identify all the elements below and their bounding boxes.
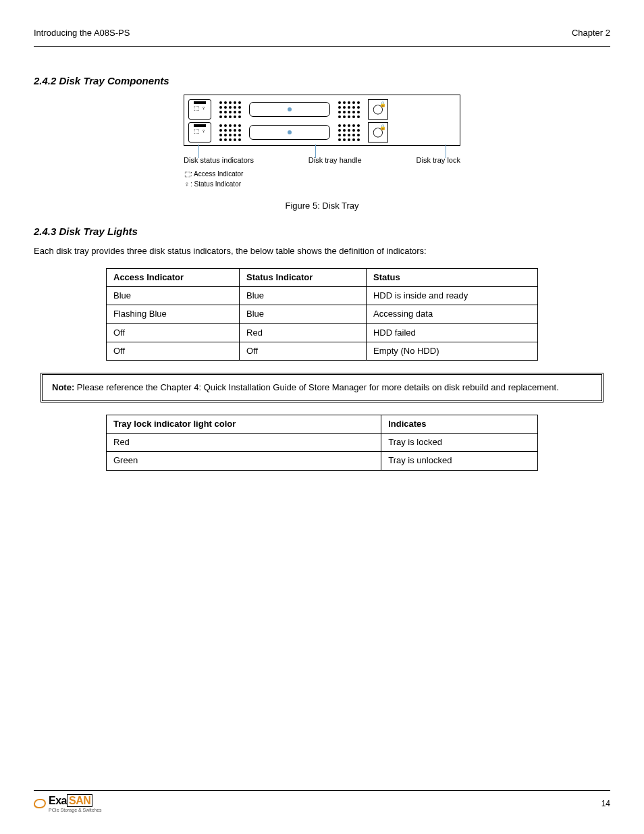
vent-dots — [219, 101, 241, 118]
vent-dots — [338, 101, 360, 118]
status-indicator-icon: ♀ — [201, 128, 206, 134]
col-status-indicator: Status Indicator — [240, 268, 367, 286]
table-row: Green Tray is unlocked — [107, 452, 538, 470]
vent-dots — [219, 124, 241, 141]
tray-row: ⬚♀ ◯🔒 — [188, 122, 456, 142]
cell: Blue — [107, 287, 240, 305]
cell: Blue — [240, 305, 367, 323]
lock-icon: 🔒 — [379, 101, 386, 108]
vent-dots — [338, 124, 360, 141]
access-indicator-icon: ⬚ — [194, 128, 200, 134]
cell: Tray is unlocked — [381, 452, 538, 470]
access-indicator-icon: ⬚ — [194, 105, 200, 111]
cell: Tray is locked — [381, 434, 538, 452]
callout-tray-handle: Disk tray handle — [308, 155, 362, 165]
disk-tray-lock: ◯🔒 — [368, 122, 388, 142]
logo-ring-icon — [33, 799, 46, 808]
disk-tray-handle — [249, 102, 330, 117]
cell: Off — [107, 323, 240, 342]
disk-status-indicator-box: ⬚♀ — [188, 99, 211, 120]
cell: Flashing Blue — [107, 305, 240, 323]
table-row: Red Tray is locked — [107, 434, 538, 452]
logo-subtext: PCIe Storage & Switches — [49, 807, 102, 814]
col-access-indicator: Access Indicator — [107, 268, 240, 286]
cell: Empty (No HDD) — [366, 342, 537, 360]
table-header-row: Tray lock indicator light color Indicate… — [107, 415, 538, 434]
cell: Accessing data — [366, 305, 537, 323]
logo-text-exa: Exa — [49, 795, 67, 806]
cell: Green — [107, 452, 381, 470]
note-text: Please reference the Chapter 4: Quick In… — [77, 382, 559, 392]
header-right: Chapter 2 — [572, 27, 610, 39]
disk-status-indicator-box: ⬚♀ — [188, 122, 211, 142]
page-footer: ExaSAN PCIe Storage & Switches 14 — [34, 790, 610, 814]
col-indicates: Indicates — [381, 415, 538, 434]
cell: HDD is inside and ready — [366, 287, 537, 305]
cell: Off — [107, 342, 240, 360]
logo-text-san: SAN — [67, 794, 92, 807]
col-lock-color: Tray lock indicator light color — [107, 415, 381, 434]
figure-caption: Figure 5: Disk Tray — [34, 200, 610, 212]
page-header: Introducing the A08S-PS Chapter 2 — [34, 27, 610, 39]
disk-tray-figure: ⬚♀ ◯🔒 — [34, 95, 610, 212]
header-left: Introducing the A08S-PS — [34, 27, 130, 39]
subsection-lights-heading: 2.4.3 Disk Tray Lights — [34, 224, 610, 238]
cell: Red — [240, 323, 367, 342]
status-indicator-symbol: ♀ — [184, 179, 190, 189]
cell: Red — [107, 434, 381, 452]
status-indicator-icon: ♀ — [201, 105, 206, 111]
callout-status-indicators: Disk status indicators — [184, 155, 254, 165]
lock-icon: 🔒 — [379, 124, 386, 131]
note-box: Note: Please reference the Chapter 4: Qu… — [41, 373, 603, 402]
diagram-legend: ⬚: Access Indicator ♀: Status Indicator — [184, 169, 460, 189]
disk-tray-lock: ◯🔒 — [368, 99, 388, 120]
cell: Off — [240, 342, 367, 360]
callout-tray-lock: Disk tray lock — [417, 155, 460, 165]
legend-access-text: : Access Indicator — [190, 170, 243, 178]
cell: HDD failed — [366, 323, 537, 342]
subsection-components-heading: 2.4.2 Disk Tray Components — [34, 74, 610, 88]
tray-diagram-outer: ⬚♀ ◯🔒 — [184, 95, 460, 146]
access-indicator-symbol: ⬚ — [184, 169, 190, 179]
lights-intro-text: Each disk tray provides three disk statu… — [34, 245, 610, 257]
diagram-callouts: Disk status indicators Disk tray handle … — [184, 155, 460, 165]
lock-light-table: Tray lock indicator light color Indicate… — [106, 415, 538, 471]
disk-tray-handle — [249, 125, 330, 140]
legend-status-text: : Status Indicator — [190, 180, 241, 188]
header-rule — [34, 46, 610, 47]
cell: Blue — [240, 287, 367, 305]
table-row: Flashing Blue Blue Accessing data — [107, 305, 538, 323]
table-header-row: Access Indicator Status Indicator Status — [107, 268, 538, 286]
col-status: Status — [366, 268, 537, 286]
page-number: 14 — [601, 798, 610, 810]
tray-row: ⬚♀ ◯🔒 — [188, 99, 456, 120]
table-row: Off Off Empty (No HDD) — [107, 342, 538, 360]
table-row: Blue Blue HDD is inside and ready — [107, 287, 538, 305]
table-row: Off Red HDD failed — [107, 323, 538, 342]
note-label: Note: — [52, 382, 74, 392]
exasan-logo: ExaSAN PCIe Storage & Switches — [34, 793, 102, 814]
indicator-table: Access Indicator Status Indicator Status… — [106, 268, 538, 361]
footer-rule — [34, 790, 610, 791]
